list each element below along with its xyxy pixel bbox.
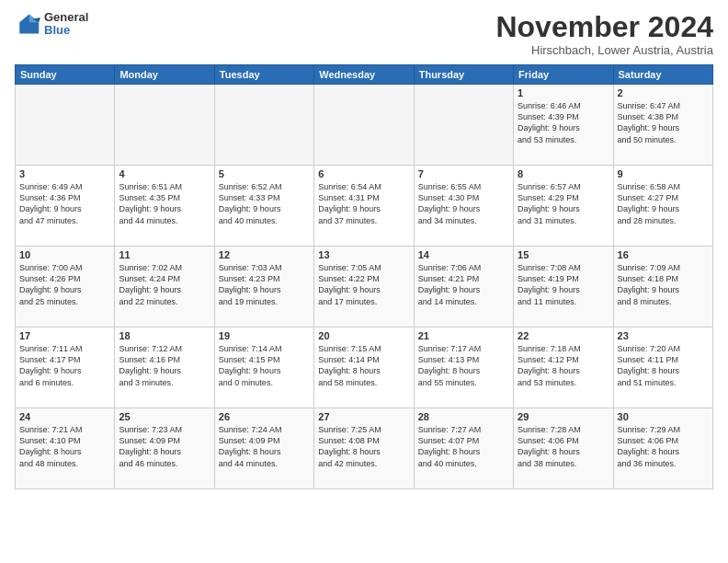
day-number: 27	[318, 411, 409, 422]
page: General Blue November 2024 Hirschbach, L…	[0, 0, 728, 563]
calendar-cell: 8Sunrise: 6:57 AM Sunset: 4:29 PM Daylig…	[514, 166, 613, 247]
day-info: Sunrise: 6:49 AM Sunset: 4:36 PM Dayligh…	[19, 181, 110, 226]
day-info: Sunrise: 7:06 AM Sunset: 4:21 PM Dayligh…	[418, 262, 509, 307]
day-number: 13	[318, 249, 409, 260]
calendar-cell: 15Sunrise: 7:08 AM Sunset: 4:19 PM Dayli…	[514, 247, 613, 327]
day-number: 6	[318, 168, 409, 179]
day-number: 30	[618, 411, 709, 422]
logo-icon	[15, 11, 40, 37]
calendar-cell: 16Sunrise: 7:09 AM Sunset: 4:18 PM Dayli…	[613, 247, 712, 327]
calendar-cell	[16, 85, 115, 166]
calendar-cell: 30Sunrise: 7:29 AM Sunset: 4:06 PM Dayli…	[613, 408, 712, 489]
day-number: 10	[19, 249, 110, 260]
calendar-week-4: 17Sunrise: 7:11 AM Sunset: 4:17 PM Dayli…	[16, 327, 713, 408]
day-number: 7	[418, 168, 509, 179]
calendar-cell: 7Sunrise: 6:55 AM Sunset: 4:30 PM Daylig…	[414, 166, 513, 247]
day-info: Sunrise: 6:52 AM Sunset: 4:33 PM Dayligh…	[219, 181, 310, 226]
day-info: Sunrise: 7:03 AM Sunset: 4:23 PM Dayligh…	[219, 262, 310, 307]
day-info: Sunrise: 7:18 AM Sunset: 4:12 PM Dayligh…	[518, 343, 609, 388]
day-info: Sunrise: 7:12 AM Sunset: 4:16 PM Dayligh…	[119, 343, 210, 388]
day-info: Sunrise: 7:09 AM Sunset: 4:18 PM Dayligh…	[618, 262, 709, 307]
calendar-cell: 9Sunrise: 6:58 AM Sunset: 4:27 PM Daylig…	[613, 166, 712, 247]
day-info: Sunrise: 7:29 AM Sunset: 4:06 PM Dayligh…	[618, 424, 709, 469]
calendar-cell: 17Sunrise: 7:11 AM Sunset: 4:17 PM Dayli…	[16, 327, 115, 408]
day-info: Sunrise: 6:58 AM Sunset: 4:27 PM Dayligh…	[618, 181, 709, 226]
calendar-cell: 10Sunrise: 7:00 AM Sunset: 4:26 PM Dayli…	[16, 247, 115, 327]
calendar-cell: 21Sunrise: 7:17 AM Sunset: 4:13 PM Dayli…	[414, 327, 513, 408]
location: Hirschbach, Lower Austria, Austria	[495, 43, 713, 57]
day-info: Sunrise: 7:15 AM Sunset: 4:14 PM Dayligh…	[318, 343, 409, 388]
day-number: 23	[618, 330, 709, 341]
calendar-cell: 18Sunrise: 7:12 AM Sunset: 4:16 PM Dayli…	[115, 327, 214, 408]
calendar-week-2: 3Sunrise: 6:49 AM Sunset: 4:36 PM Daylig…	[16, 166, 713, 247]
day-info: Sunrise: 6:57 AM Sunset: 4:29 PM Dayligh…	[518, 181, 609, 226]
calendar-cell: 5Sunrise: 6:52 AM Sunset: 4:33 PM Daylig…	[214, 166, 313, 247]
day-number: 19	[219, 330, 310, 341]
day-number: 11	[119, 249, 210, 260]
day-info: Sunrise: 7:25 AM Sunset: 4:08 PM Dayligh…	[318, 424, 409, 469]
day-number: 18	[119, 330, 210, 341]
calendar-cell: 25Sunrise: 7:23 AM Sunset: 4:09 PM Dayli…	[115, 408, 214, 489]
calendar-cell: 13Sunrise: 7:05 AM Sunset: 4:22 PM Dayli…	[314, 247, 414, 327]
day-info: Sunrise: 7:23 AM Sunset: 4:09 PM Dayligh…	[119, 424, 210, 469]
weekday-header-row: Sunday Monday Tuesday Wednesday Thursday…	[16, 65, 713, 85]
day-number: 16	[618, 249, 709, 260]
calendar-cell: 2Sunrise: 6:47 AM Sunset: 4:38 PM Daylig…	[613, 85, 712, 166]
day-number: 21	[418, 330, 509, 341]
title-section: November 2024 Hirschbach, Lower Austria,…	[495, 11, 713, 57]
day-info: Sunrise: 7:28 AM Sunset: 4:06 PM Dayligh…	[518, 424, 609, 469]
day-info: Sunrise: 7:21 AM Sunset: 4:10 PM Dayligh…	[19, 424, 110, 469]
header-saturday: Saturday	[613, 65, 712, 85]
day-number: 12	[219, 249, 310, 260]
logo-blue-text: Blue	[44, 24, 88, 37]
calendar-cell	[314, 85, 414, 166]
header-tuesday: Tuesday	[214, 65, 313, 85]
day-number: 25	[119, 411, 210, 422]
calendar-cell: 3Sunrise: 6:49 AM Sunset: 4:36 PM Daylig…	[16, 166, 115, 247]
day-info: Sunrise: 7:14 AM Sunset: 4:15 PM Dayligh…	[219, 343, 310, 388]
logo: General Blue	[15, 11, 88, 38]
calendar-cell: 1Sunrise: 6:46 AM Sunset: 4:39 PM Daylig…	[514, 85, 613, 166]
calendar-week-1: 1Sunrise: 6:46 AM Sunset: 4:39 PM Daylig…	[16, 85, 713, 166]
calendar-week-3: 10Sunrise: 7:00 AM Sunset: 4:26 PM Dayli…	[16, 247, 713, 327]
calendar-cell: 23Sunrise: 7:20 AM Sunset: 4:11 PM Dayli…	[613, 327, 712, 408]
header-monday: Monday	[115, 65, 214, 85]
calendar-cell	[115, 85, 214, 166]
logo-text: General Blue	[44, 11, 88, 38]
logo-general-text: General	[44, 11, 88, 24]
day-number: 29	[518, 411, 609, 422]
day-number: 4	[119, 168, 210, 179]
day-info: Sunrise: 7:11 AM Sunset: 4:17 PM Dayligh…	[19, 343, 110, 388]
day-number: 28	[418, 411, 509, 422]
day-number: 1	[518, 87, 609, 98]
day-info: Sunrise: 7:24 AM Sunset: 4:09 PM Dayligh…	[219, 424, 310, 469]
day-number: 24	[19, 411, 110, 422]
day-info: Sunrise: 6:51 AM Sunset: 4:35 PM Dayligh…	[119, 181, 210, 226]
calendar-cell: 6Sunrise: 6:54 AM Sunset: 4:31 PM Daylig…	[314, 166, 414, 247]
calendar-cell: 11Sunrise: 7:02 AM Sunset: 4:24 PM Dayli…	[115, 247, 214, 327]
day-info: Sunrise: 6:55 AM Sunset: 4:30 PM Dayligh…	[418, 181, 509, 226]
header-sunday: Sunday	[16, 65, 115, 85]
calendar-cell	[214, 85, 313, 166]
day-info: Sunrise: 7:02 AM Sunset: 4:24 PM Dayligh…	[119, 262, 210, 307]
day-number: 8	[518, 168, 609, 179]
day-number: 14	[418, 249, 509, 260]
day-number: 5	[219, 168, 310, 179]
calendar-cell	[414, 85, 513, 166]
calendar-cell: 4Sunrise: 6:51 AM Sunset: 4:35 PM Daylig…	[115, 166, 214, 247]
header-thursday: Thursday	[414, 65, 513, 85]
calendar-cell: 19Sunrise: 7:14 AM Sunset: 4:15 PM Dayli…	[214, 327, 313, 408]
day-info: Sunrise: 7:08 AM Sunset: 4:19 PM Dayligh…	[518, 262, 609, 307]
day-info: Sunrise: 7:20 AM Sunset: 4:11 PM Dayligh…	[618, 343, 709, 388]
calendar-cell: 26Sunrise: 7:24 AM Sunset: 4:09 PM Dayli…	[214, 408, 313, 489]
day-number: 2	[618, 87, 709, 98]
calendar-cell: 22Sunrise: 7:18 AM Sunset: 4:12 PM Dayli…	[514, 327, 613, 408]
day-number: 22	[518, 330, 609, 341]
day-number: 17	[19, 330, 110, 341]
day-info: Sunrise: 7:05 AM Sunset: 4:22 PM Dayligh…	[318, 262, 409, 307]
day-number: 9	[618, 168, 709, 179]
day-info: Sunrise: 7:17 AM Sunset: 4:13 PM Dayligh…	[418, 343, 509, 388]
header-friday: Friday	[514, 65, 613, 85]
header: General Blue November 2024 Hirschbach, L…	[15, 11, 713, 57]
header-wednesday: Wednesday	[314, 65, 414, 85]
